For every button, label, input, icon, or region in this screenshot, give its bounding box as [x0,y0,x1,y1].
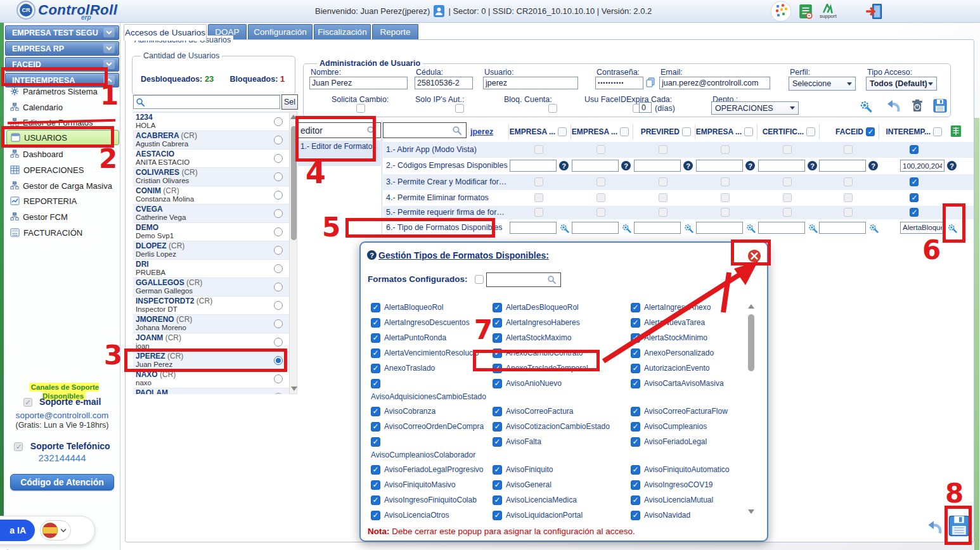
format-checkbox[interactable] [371,333,380,343]
format-checkbox[interactable] [631,303,640,312]
format-checkbox[interactable] [631,318,640,328]
user-radio[interactable] [274,136,283,144]
perm-input[interactable] [634,160,681,172]
user-row-ggallegos[interactable]: GGALLEGOS (CR) German Gallegos [133,278,289,296]
attention-code-button[interactable]: Código de Atención [10,474,114,490]
user-radio[interactable] [274,227,283,236]
scroll-up-icon[interactable] [290,115,297,119]
perm-checkbox[interactable] [534,193,543,202]
support-email-checkbox[interactable] [23,398,32,407]
user-radio[interactable] [274,117,283,126]
user-row-inspectordt2[interactable]: INSPECTORDT2 (CR) Inspector DT [133,296,289,314]
perm-col-checkbox[interactable] [933,127,942,136]
format-checkbox[interactable] [631,407,640,416]
format-checkbox[interactable] [371,465,380,475]
close-icon[interactable] [747,248,762,264]
help-icon[interactable]: ? [621,161,631,170]
perm-checkbox[interactable] [534,208,543,217]
sidebar-item-usuarios[interactable]: USUARIOS [6,130,119,145]
perfil-select[interactable]: Seleccione [789,77,856,91]
user-row-aestacio[interactable]: AESTACIO ANITA ESTACIO [133,149,289,167]
perm-checkbox[interactable] [844,193,853,202]
user-radio[interactable] [274,246,283,255]
sidebar-item-par-metros-sistema[interactable]: Parámetros Sistema [6,84,119,99]
perm-input[interactable] [634,222,681,234]
perm-checkbox[interactable] [534,145,543,154]
nombre-field[interactable] [309,77,408,89]
format-checkbox[interactable] [371,364,380,373]
perm-checkbox[interactable] [783,208,792,217]
sidebar-section-empresa-test-segu[interactable]: EMPRESA TEST SEGU [5,25,119,40]
format-checkbox[interactable] [493,422,502,432]
format-checkbox[interactable] [631,333,640,343]
help-icon[interactable]: ? [745,161,755,170]
sidebar-section-empresa-rp[interactable]: EMPRESA RP [5,41,119,56]
perm-col-checkbox[interactable] [744,127,753,136]
format-checkbox[interactable] [493,465,502,475]
sidebar-section-faceid[interactable]: FACEID [5,57,119,72]
format-checkbox[interactable] [631,511,640,520]
user-row-jmoreno[interactable]: JMORENO (CR) Johana Moreno [133,314,289,333]
help-icon[interactable]: ? [868,161,878,170]
popup-scrollbar[interactable] [747,303,756,515]
perm-col-checkbox[interactable] [806,127,815,136]
perm-checkbox[interactable] [844,208,853,217]
perm-checkbox[interactable] [659,177,667,186]
tab-fiscalizaci-n[interactable]: Fiscalización [314,24,371,39]
gear-search-icon[interactable] [683,223,694,234]
user-row-acabrera[interactable]: ACABRERA (CR) Agustin Cabrera [133,131,289,149]
perm-checkbox[interactable] [721,145,730,154]
save-button-icon[interactable] [948,515,970,537]
scroll-down-icon[interactable] [748,509,754,514]
perm-checkbox[interactable] [534,177,543,186]
perm-input[interactable] [819,160,866,172]
user-row-demo[interactable]: DEMO Demo Svp1 [133,222,289,241]
perm-input[interactable] [572,160,619,172]
tab-reporte[interactable]: Reporte [372,24,418,39]
save-icon[interactable] [933,99,947,113]
perm-input[interactable] [819,222,866,234]
user-radio[interactable] [274,172,283,181]
help-icon[interactable]: ? [559,161,569,170]
user-list-scrollbar[interactable] [289,112,297,394]
export-excel-icon[interactable] [950,125,962,138]
perm-input[interactable] [572,222,619,234]
perm-checkbox[interactable] [596,193,605,202]
user-radio[interactable] [274,374,283,383]
bloq-cuenta-checkbox[interactable] [548,104,557,113]
format-checkbox[interactable] [493,303,502,312]
sidebar-item-gestor-fcm[interactable]: Gestor FCM [6,209,119,224]
scroll-up-icon[interactable] [748,304,754,309]
format-checkbox[interactable] [631,422,640,432]
perm-checkbox[interactable] [721,177,730,186]
solo-ip-checkbox[interactable] [455,104,464,113]
sel-button[interactable]: Sel [281,94,298,110]
perm-checkbox[interactable] [783,145,792,154]
format-checkbox[interactable] [493,437,502,447]
perm-input[interactable] [696,160,743,172]
perm-input[interactable] [758,222,805,234]
perm-checkbox[interactable] [910,208,919,217]
perm-checkbox[interactable] [721,193,730,202]
user-radio[interactable] [274,338,283,347]
logout-door-icon[interactable] [865,3,884,20]
usuario-field[interactable] [483,77,578,89]
format-checkbox[interactable] [631,496,640,505]
perm-input[interactable] [900,160,945,172]
user-radio[interactable] [274,191,283,200]
user-row-paolam[interactable]: PAOLAM [133,388,289,394]
support-phone-checkbox[interactable] [14,442,23,451]
user-row-cvega[interactable]: CVEGA Catherine Vega [133,204,289,222]
gear-search-icon[interactable] [868,223,879,234]
ia-button[interactable]: a IA [0,520,35,541]
perm-checkbox[interactable] [721,208,730,217]
scroll-down-icon[interactable] [291,387,297,391]
expira-field[interactable] [639,102,652,113]
user-row-colivares[interactable]: COLIVARES (CR) Cristian Olivares [133,167,289,186]
tab-accesos-de-usuarios[interactable]: Accesos de Usuarios [124,24,207,41]
user-radio[interactable] [274,319,283,328]
format-checkbox[interactable] [371,496,380,505]
user-search-input[interactable] [133,95,280,109]
perm-checkbox[interactable] [596,208,605,217]
format-checkbox[interactable] [371,511,380,520]
